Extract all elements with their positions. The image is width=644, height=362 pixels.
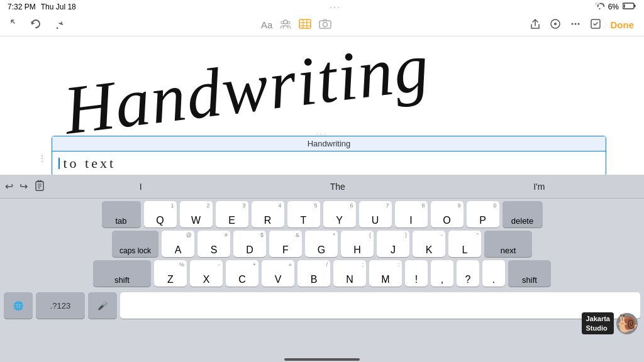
key-z[interactable]: %Z — [154, 260, 187, 287]
redo-small-icon[interactable]: ↪ — [19, 180, 28, 192]
key-s[interactable]: #S — [197, 231, 230, 257]
key-a[interactable]: @A — [162, 231, 194, 257]
undo-small-icon[interactable]: ↩ — [5, 180, 13, 192]
text-box-content: to text — [52, 151, 606, 175]
mic-key[interactable]: 🎤 — [88, 292, 117, 319]
predictive-bar: ↩ ↪ I The I'm — [0, 175, 644, 199]
time-display: 7:32 PM — [8, 3, 36, 11]
svg-text:Handwriting: Handwriting — [58, 36, 434, 134]
drag-handle[interactable]: ⋮ — [38, 153, 47, 163]
text-box-label: Handwriting — [52, 136, 606, 151]
svg-rect-6 — [299, 19, 311, 28]
num-key-label: .?123 — [50, 301, 71, 310]
shift-right-key[interactable]: shift — [508, 260, 551, 287]
key-v[interactable]: =V — [262, 260, 294, 287]
bottom-key-row: 🌐 .?123 🎤 Jakarta Studio 🐌 — [0, 292, 644, 321]
more-icon[interactable] — [570, 18, 581, 31]
toolbar-collapse-icon[interactable] — [10, 19, 20, 31]
battery-icon — [623, 3, 636, 11]
toolbar-undo-icon[interactable] — [30, 19, 42, 31]
mic-icon: 🎤 — [97, 301, 108, 310]
status-bar: 7:32 PM Thu Jul 18 ··· 6% — [0, 0, 644, 14]
predictive-word-3[interactable]: I'm — [533, 182, 545, 192]
delete-key[interactable]: delete — [502, 201, 543, 228]
svg-point-3 — [284, 20, 287, 24]
battery-percentage: 6% — [608, 3, 619, 11]
key-row-2: caps lock @A #S $D &F *G (H )J -K "L nex… — [4, 231, 640, 257]
people-icon[interactable] — [280, 19, 291, 31]
svg-point-12 — [323, 23, 328, 27]
key-w[interactable]: 2W — [180, 201, 213, 228]
table-icon[interactable] — [299, 19, 311, 31]
text-format-icon[interactable]: Aa — [261, 19, 272, 30]
key-u[interactable]: 7U — [359, 201, 392, 228]
notes-area: Handwriting ··· ⋮ Handwriting to text — [0, 36, 644, 175]
key-period[interactable]: . — [482, 260, 505, 287]
key-p[interactable]: 0P — [467, 201, 499, 228]
handwritten-inline-text: to text — [64, 155, 116, 172]
space-key[interactable] — [120, 292, 640, 319]
three-dots-top: ··· — [330, 2, 341, 12]
predictive-word-2[interactable]: The — [330, 182, 345, 192]
key-row-1: tab 1Q 2W 3E 4R 5T 6Y 7U 8I 9O 0P delete — [4, 201, 640, 228]
watermark: Jakarta Studio 🐌 — [582, 312, 638, 334]
text-box-container: ⋮ Handwriting to text — [38, 136, 606, 175]
key-r[interactable]: 4R — [252, 201, 284, 228]
tab-key[interactable]: tab — [102, 201, 141, 228]
text-conversion-box[interactable]: Handwriting to text — [52, 136, 606, 175]
watermark-line1: Jakarta — [586, 314, 610, 323]
date-display: Thu Jul 18 — [41, 3, 76, 11]
markup-icon[interactable] — [550, 18, 561, 31]
keyboard-area: ↩ ↪ I The I'm tab 1Q 2W 3E 4R 5T 6Y 7U 8… — [0, 175, 644, 362]
key-h[interactable]: (H — [341, 231, 374, 257]
key-y[interactable]: 6Y — [323, 201, 356, 228]
key-question[interactable]: ? — [457, 260, 479, 287]
share-icon[interactable] — [530, 18, 541, 31]
done-button[interactable]: Done — [610, 19, 634, 30]
globe-key[interactable]: 🌐 — [4, 292, 33, 319]
key-excl[interactable]: ! — [405, 260, 428, 287]
key-b[interactable]: /B — [297, 260, 330, 287]
edit-icon[interactable] — [590, 18, 601, 31]
key-n[interactable]: ;N — [333, 260, 366, 287]
wifi-icon — [595, 3, 604, 11]
next-key[interactable]: next — [484, 231, 532, 257]
key-o[interactable]: 9O — [431, 201, 464, 228]
camera-icon[interactable] — [319, 19, 331, 31]
home-indicator — [284, 358, 360, 361]
key-j[interactable]: )J — [377, 231, 409, 257]
key-l[interactable]: "L — [448, 231, 481, 257]
key-q[interactable]: 1Q — [144, 201, 177, 228]
toolbar: Aa Done — [0, 14, 644, 36]
key-row-3: shift %Z -X +C =V /B ;N :M ! , ? . shift — [4, 260, 640, 287]
text-cursor — [58, 158, 60, 169]
key-d[interactable]: $D — [233, 231, 266, 257]
key-g[interactable]: *G — [305, 231, 338, 257]
key-comma[interactable]: , — [431, 260, 453, 287]
key-x[interactable]: -X — [190, 260, 223, 287]
key-m[interactable]: :M — [369, 260, 402, 287]
svg-point-17 — [578, 23, 580, 25]
clipboard-icon[interactable] — [34, 180, 45, 194]
toolbar-redo-icon[interactable] — [52, 19, 63, 31]
globe-icon: 🌐 — [13, 301, 23, 310]
key-k[interactable]: -K — [413, 231, 445, 257]
num-key[interactable]: .?123 — [36, 292, 85, 319]
predictive-word-1[interactable]: I — [140, 182, 142, 192]
shift-left-key[interactable]: shift — [93, 260, 151, 287]
key-t[interactable]: 5T — [287, 201, 320, 228]
key-i[interactable]: 8I — [395, 201, 428, 228]
key-e[interactable]: 3E — [216, 201, 248, 228]
svg-point-16 — [575, 23, 577, 25]
svg-point-14 — [554, 23, 557, 25]
caps-lock-key[interactable]: caps lock — [112, 231, 158, 257]
handwriting-display: Handwriting — [48, 36, 443, 144]
svg-rect-1 — [634, 5, 635, 8]
snail-icon: 🐌 — [616, 313, 638, 334]
key-f[interactable]: &F — [269, 231, 302, 257]
key-c[interactable]: +C — [226, 260, 258, 287]
svg-rect-2 — [623, 4, 625, 8]
svg-point-15 — [572, 23, 574, 25]
watermark-line2: Studio — [586, 324, 610, 332]
